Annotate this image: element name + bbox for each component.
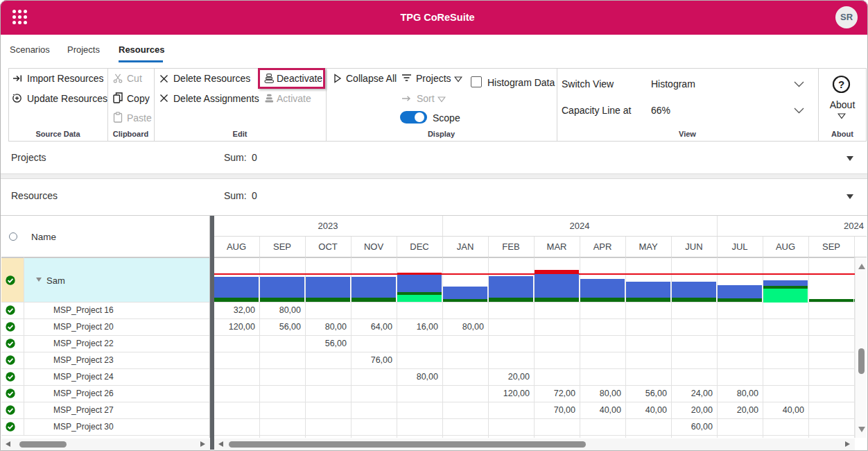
- svg-text:?: ?: [838, 78, 844, 90]
